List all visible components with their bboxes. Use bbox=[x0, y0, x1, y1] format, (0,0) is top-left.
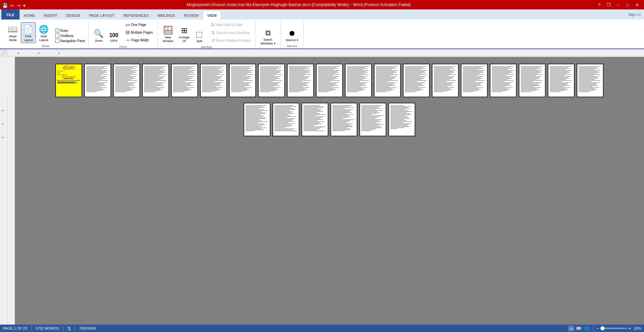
tab-view[interactable]: VIEW bbox=[203, 11, 221, 20]
tab-file[interactable]: FILE bbox=[1, 9, 20, 20]
page-thumbnail-7[interactable] bbox=[229, 64, 256, 97]
web-view-btn[interactable]: 🌐 bbox=[583, 326, 590, 331]
print-layout-icon: 📄 bbox=[23, 25, 33, 34]
page-thumbnail-4[interactable] bbox=[142, 64, 169, 97]
view-side-by-side-button[interactable]: ⧉ View Side by Side bbox=[210, 21, 253, 29]
page-thumbnail-19[interactable] bbox=[577, 64, 604, 97]
multiple-pages-icon: ⊟ bbox=[126, 30, 130, 35]
macros-button[interactable]: ⏺ Macros ▾ bbox=[284, 22, 301, 43]
page-thumbnail-24[interactable] bbox=[359, 103, 386, 136]
restore-button[interactable]: ❐ bbox=[604, 1, 613, 8]
page-thumbnail-9[interactable] bbox=[287, 64, 314, 97]
tab-design[interactable]: DESIGN bbox=[62, 11, 85, 20]
views-group-label: Views bbox=[41, 44, 50, 48]
tab-page-layout[interactable]: PAGE LAYOUT bbox=[85, 11, 119, 20]
document-area[interactable]: تحقیق آنلاین moghghanunline.ir مرجع دانل… bbox=[15, 57, 644, 332]
zoom-group-label: Zoom bbox=[119, 44, 127, 48]
page-thumbnail-15[interactable] bbox=[461, 64, 488, 97]
page-thumbnail-5[interactable] bbox=[171, 64, 198, 97]
language[interactable]: PERSIAN bbox=[79, 326, 96, 330]
page-thumbnail-21[interactable] bbox=[272, 103, 299, 136]
tab-review[interactable]: REVIEW bbox=[180, 11, 203, 20]
page-thumbnail-13[interactable] bbox=[403, 64, 430, 97]
split-icon: ⬚ bbox=[196, 30, 203, 39]
sign-in-link[interactable]: Sign i n bbox=[628, 9, 641, 20]
svg-text:8: 8 bbox=[1, 137, 4, 138]
maximize-button[interactable]: □ bbox=[623, 1, 632, 8]
print-view-btn[interactable]: ▭ bbox=[568, 326, 574, 331]
customize-qa-button[interactable]: ▾ bbox=[22, 1, 27, 11]
zoom-minus-button[interactable]: − bbox=[596, 326, 599, 331]
redo-button[interactable]: ↪ bbox=[16, 1, 22, 11]
sync-scroll-button[interactable]: ⇅ Synchronous Scrolling bbox=[210, 29, 253, 36]
page-thumbnail-16[interactable] bbox=[490, 64, 517, 97]
zoom-slider[interactable] bbox=[600, 328, 627, 329]
zoom-100-icon: 100 bbox=[109, 32, 118, 38]
page-thumbnail-3[interactable] bbox=[113, 64, 140, 97]
tab-references[interactable]: REFERENCES bbox=[119, 11, 153, 20]
one-page-icon: ▭ bbox=[126, 22, 130, 27]
page-thumbnail-10[interactable] bbox=[316, 64, 343, 97]
ruler-check-icon bbox=[55, 29, 59, 33]
ruler-corner bbox=[0, 49, 7, 57]
split-button[interactable]: ⬚ Split bbox=[193, 23, 206, 44]
read-mode-icon: 📖 bbox=[8, 25, 18, 34]
vertical-ruler: 2 4 8 bbox=[0, 97, 7, 332]
multiple-pages-button[interactable]: ⊟ Multiple Pages bbox=[124, 29, 155, 36]
ribbon: FILE HOME INSERT DESIGN PAGE LAYOUT REFE… bbox=[0, 9, 644, 49]
main-area: 2 4 8 تحقیق آنلاین moghghanunline.ir مرج… bbox=[0, 57, 644, 332]
status-sep-2 bbox=[63, 326, 63, 331]
switch-windows-button[interactable]: ⧉ SwitchWindows ▾ bbox=[258, 26, 278, 46]
ruler-checkbox[interactable]: Ruler bbox=[55, 28, 86, 33]
zoom-thumb[interactable] bbox=[601, 326, 605, 330]
gridlines-checkbox[interactable]: Gridlines bbox=[55, 33, 86, 38]
tab-mailings[interactable]: MAILINGS bbox=[153, 11, 180, 20]
nav-pane-checkbox[interactable]: Navigation Pane bbox=[55, 38, 86, 43]
zoom-plus-button[interactable]: + bbox=[629, 326, 631, 331]
page-thumbnail-11[interactable] bbox=[345, 64, 372, 97]
save-button[interactable]: 💾 bbox=[1, 1, 9, 11]
zoom-slider-container[interactable]: − + bbox=[596, 326, 631, 331]
zoom-percent[interactable]: 10% bbox=[634, 326, 641, 330]
page-thumbnail-23[interactable] bbox=[330, 103, 357, 136]
track-changes-icon[interactable]: ⇅ bbox=[67, 326, 71, 331]
page-thumbnail-6[interactable] bbox=[200, 64, 227, 97]
page-thumbnail-18[interactable] bbox=[548, 64, 575, 97]
zoom-button[interactable]: 🔍 Zoom bbox=[91, 23, 106, 44]
page-thumbnail-14[interactable] bbox=[432, 64, 459, 97]
print-layout-button[interactable]: 📄 PrintLayout bbox=[21, 22, 36, 43]
arrange-all-button[interactable]: ⊞ ArrangeAll bbox=[176, 23, 192, 44]
web-layout-button[interactable]: 🌐 WebLayout bbox=[36, 22, 51, 43]
ribbon-tab-bar: FILE HOME INSERT DESIGN PAGE LAYOUT REFE… bbox=[0, 9, 644, 20]
zoom-100-button[interactable]: 100 100% bbox=[107, 23, 121, 44]
undo-button[interactable]: ↩ bbox=[9, 1, 15, 11]
svg-rect-5 bbox=[0, 97, 7, 332]
window-group-label: Window bbox=[201, 45, 212, 49]
page-thumbnail-12[interactable] bbox=[374, 64, 401, 97]
page-thumbnail-25[interactable] bbox=[388, 103, 415, 136]
page-thumbnail-1[interactable]: تحقیق آنلاین moghghanunline.ir مرجع دانل… bbox=[55, 64, 82, 97]
page-thumbnail-2[interactable] bbox=[84, 64, 111, 97]
page-width-icon: ↔ bbox=[126, 37, 130, 43]
collapse-ribbon-button[interactable]: ▲ bbox=[637, 1, 643, 9]
help-button[interactable]: ? bbox=[595, 1, 604, 8]
page-width-button[interactable]: ↔ Page Width bbox=[124, 36, 155, 44]
full-read-view-btn[interactable]: 📖 bbox=[575, 326, 582, 331]
gridlines-check-icon bbox=[55, 34, 59, 38]
read-mode-button[interactable]: 📖 ReadMode bbox=[5, 22, 20, 43]
svg-text:4: 4 bbox=[1, 123, 4, 125]
tab-insert[interactable]: INSERT bbox=[39, 11, 62, 20]
page-thumbnail-20[interactable] bbox=[244, 103, 270, 136]
page-thumbnail-8[interactable] bbox=[258, 64, 285, 97]
switch-windows-icon: ⧉ bbox=[265, 29, 271, 37]
view-side-by-side-icon: ⧉ bbox=[211, 22, 215, 28]
tab-home[interactable]: HOME bbox=[20, 11, 39, 20]
one-page-button[interactable]: ▭ One Page bbox=[124, 21, 155, 28]
window-title: Moghayeseh-Ghanun-Asasi-Iran-Ba-Elamiyeh… bbox=[3, 0, 595, 9]
page-thumbnail-22[interactable] bbox=[301, 103, 328, 136]
group-zoom: 🔍 Zoom 100 100% ▭ One Page ⊟ Multiple Pa… bbox=[89, 21, 157, 48]
minimize-button[interactable]: – bbox=[614, 1, 622, 8]
page-thumbnail-17[interactable] bbox=[519, 64, 546, 97]
reset-window-button[interactable]: ↺ Reset Window Position bbox=[210, 37, 253, 44]
new-window-button[interactable]: 🪟 NewWindow bbox=[160, 23, 176, 44]
